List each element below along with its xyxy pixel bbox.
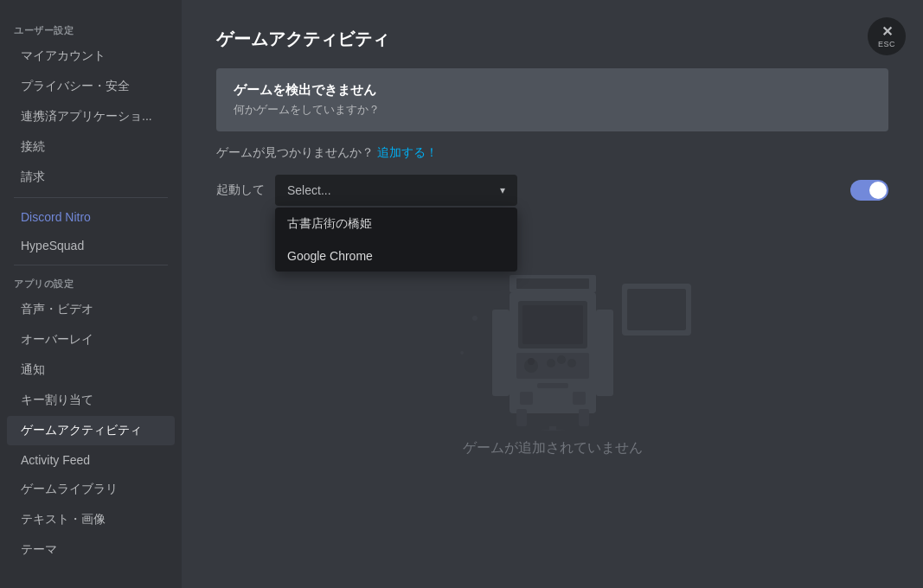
dropdown-item-chrome[interactable]: Google Chrome bbox=[275, 240, 517, 272]
svg-point-5 bbox=[528, 358, 535, 365]
sidebar-item-text-images[interactable]: テキスト・画像 bbox=[7, 505, 175, 534]
sidebar: ユーザー設定 マイアカウント プライバシー・安全 連携済アプリケーショ... 接… bbox=[0, 0, 182, 588]
sidebar-item-voice-video[interactable]: 音声・ビデオ bbox=[7, 295, 175, 324]
sidebar-item-connections[interactable]: 接続 bbox=[7, 132, 175, 162]
sidebar-divider-2 bbox=[14, 265, 168, 265]
sidebar-item-discord-nitro[interactable]: Discord Nitro bbox=[7, 203, 175, 231]
no-games-text: ゲームが追加されていません bbox=[463, 439, 643, 457]
card-title: ゲームを検出できません bbox=[234, 82, 871, 99]
dropdown-placeholder: Select... bbox=[287, 183, 331, 197]
svg-rect-16 bbox=[516, 409, 527, 426]
svg-rect-19 bbox=[627, 289, 686, 330]
dropdown-item-kosho[interactable]: 古書店街の橋姫 bbox=[275, 208, 517, 240]
card-subtitle: 何かゲームをしていますか？ bbox=[234, 102, 871, 118]
svg-point-8 bbox=[567, 359, 576, 368]
sidebar-item-keybinds[interactable]: キー割り当て bbox=[7, 386, 175, 415]
sidebar-item-my-account[interactable]: マイアカウント bbox=[7, 42, 175, 71]
add-game-link[interactable]: 追加する！ bbox=[377, 145, 438, 159]
sidebar-item-theme[interactable]: テーマ bbox=[7, 535, 175, 565]
sidebar-item-privacy-safety[interactable]: プライバシー・安全 bbox=[7, 72, 175, 101]
svg-rect-25 bbox=[549, 426, 556, 431]
svg-point-22 bbox=[472, 316, 478, 321]
chevron-down-icon: ▾ bbox=[500, 184, 505, 196]
game-dropdown-wrapper: Select... ▾ 古書店街の橋姫 Google Chrome bbox=[275, 175, 517, 206]
svg-rect-11 bbox=[573, 392, 586, 405]
sidebar-divider-1 bbox=[14, 197, 168, 198]
game-dropdown-trigger[interactable]: Select... ▾ bbox=[275, 175, 517, 206]
svg-rect-14 bbox=[492, 310, 510, 396]
svg-rect-13 bbox=[516, 278, 589, 289]
svg-point-23 bbox=[460, 351, 464, 355]
svg-point-7 bbox=[557, 355, 566, 364]
page-title: ゲームアクティビティ bbox=[216, 28, 888, 51]
svg-rect-17 bbox=[579, 409, 589, 426]
close-icon: ✕ bbox=[881, 25, 893, 39]
activity-toggle[interactable] bbox=[850, 180, 888, 201]
sidebar-item-billing[interactable]: 請求 bbox=[7, 163, 175, 192]
esc-label: ESC bbox=[878, 40, 895, 48]
sidebar-item-game-library[interactable]: ゲームライブラリ bbox=[7, 475, 175, 504]
sidebar-item-activity-feed[interactable]: Activity Feed bbox=[7, 446, 175, 474]
svg-rect-10 bbox=[520, 392, 533, 405]
game-detect-card: ゲームを検出できません 何かゲームをしていますか？ bbox=[216, 68, 888, 131]
sidebar-item-hypesquad[interactable]: HypeSquad bbox=[7, 232, 175, 259]
svg-rect-9 bbox=[537, 383, 568, 388]
not-found-text: ゲームが見つかりませんか？ bbox=[216, 145, 374, 159]
sidebar-item-notifications[interactable]: 通知 bbox=[7, 355, 175, 385]
sidebar-section-user-settings: ユーザー設定 bbox=[0, 17, 182, 41]
main-content: ✕ ESC ゲームアクティビティ ゲームを検出できません 何かゲームをしています… bbox=[182, 0, 923, 588]
sidebar-section-app-settings: アプリの設定 bbox=[0, 271, 182, 294]
sidebar-item-connected-apps[interactable]: 連携済アプリケーショ... bbox=[7, 102, 175, 131]
sidebar-item-overlay[interactable]: オーバーレイ bbox=[7, 325, 175, 355]
svg-rect-2 bbox=[522, 305, 583, 344]
esc-button[interactable]: ✕ ESC bbox=[868, 17, 906, 55]
svg-point-6 bbox=[547, 359, 555, 368]
svg-rect-15 bbox=[596, 310, 613, 396]
activity-row: 起動して Select... ▾ 古書店街の橋姫 Google Chrome bbox=[216, 175, 888, 206]
activity-row-label: 起動して bbox=[216, 182, 265, 198]
sidebar-item-game-activity[interactable]: ゲームアクティビティ bbox=[7, 416, 175, 445]
dropdown-menu: 古書店街の橋姫 Google Chrome bbox=[275, 208, 517, 272]
not-found-row: ゲームが見つかりませんか？ 追加する！ bbox=[216, 145, 888, 161]
